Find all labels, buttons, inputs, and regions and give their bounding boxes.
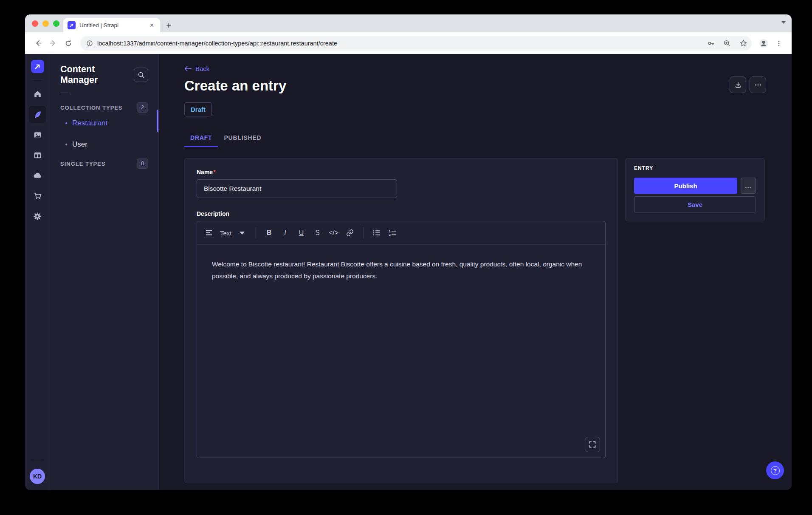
url-text[interactable]: localhost:1337/admin/content-manager/col… — [97, 40, 701, 47]
bullet-icon — [65, 144, 67, 145]
strikethrough-button[interactable]: S — [310, 226, 326, 240]
site-info-icon[interactable] — [86, 40, 93, 47]
rich-text-editor: Text B I U S </> — [197, 221, 606, 458]
sidebar-item-restaurant[interactable]: Restaurant — [50, 113, 158, 134]
entry-more-button[interactable]: ... — [741, 178, 756, 194]
more-actions-button[interactable] — [750, 76, 766, 93]
code-button[interactable]: </> — [326, 226, 342, 240]
back-arrow-icon — [184, 65, 192, 72]
entry-form-card: Name* Description Text B — [184, 158, 618, 483]
question-mark-icon: ? — [771, 466, 780, 475]
export-download-button[interactable] — [730, 76, 746, 93]
url-bar[interactable]: localhost:1337/admin/content-manager/col… — [80, 36, 752, 51]
editor-toolbar: Text B I U S </> — [197, 221, 605, 245]
single-types-count-badge: 0 — [137, 158, 148, 169]
content-type-builder-icon[interactable] — [29, 147, 46, 164]
subnav-divider — [60, 93, 70, 93]
required-asterisk: * — [213, 169, 215, 175]
editor-content[interactable]: Welcome to Biscotte restaurant! Restaura… — [197, 245, 605, 458]
numbered-list-button[interactable]: 12 — [385, 226, 401, 240]
entry-panel: ENTRY Publish ... Save — [625, 158, 765, 221]
name-input[interactable] — [197, 179, 397, 198]
bulleted-list-button[interactable] — [369, 226, 385, 240]
reload-button[interactable] — [62, 37, 75, 50]
bookmark-star-icon[interactable] — [737, 37, 749, 49]
entry-panel-title: ENTRY — [634, 165, 756, 171]
forward-nav-button[interactable] — [46, 37, 60, 50]
cloud-icon[interactable] — [29, 167, 46, 184]
toolbar-divider — [256, 227, 256, 238]
single-types-label: SINGLE TYPES — [60, 161, 106, 167]
sidebar-item-label: Restaurant — [72, 119, 107, 127]
status-badge: Draft — [184, 102, 212, 116]
window-zoom-button[interactable] — [53, 20, 59, 27]
main-content: Back Create an entry Draft DRAFT PUBLISH… — [159, 54, 792, 490]
browser-window: Untitled | Strapi ✕ + localhost:1337/adm… — [25, 14, 792, 490]
subnav-title: Content Manager — [60, 64, 134, 85]
strapi-app: KD Content Manager COLLECTION TYPES 2 Re… — [25, 54, 792, 490]
back-link[interactable]: Back — [184, 65, 766, 72]
window-close-button[interactable] — [32, 20, 38, 27]
page-title: Create an entry — [184, 78, 766, 94]
tab-published[interactable]: PUBLISHED — [218, 130, 267, 147]
block-style-label: Text — [220, 229, 232, 237]
browser-tabstrip: Untitled | Strapi ✕ + — [25, 14, 792, 32]
italic-button[interactable]: I — [277, 226, 293, 240]
collection-types-count-badge: 2 — [137, 102, 148, 113]
save-button[interactable]: Save — [634, 196, 756, 212]
marketplace-cart-icon[interactable] — [29, 187, 46, 204]
back-nav-button[interactable] — [31, 37, 45, 50]
description-field-label: Description — [197, 210, 606, 217]
chevron-down-icon — [240, 232, 245, 235]
browser-menu-icon[interactable] — [772, 37, 786, 50]
bold-button[interactable]: B — [261, 226, 277, 240]
svg-text:2: 2 — [389, 233, 390, 237]
bullet-icon — [65, 122, 67, 124]
tab-draft[interactable]: DRAFT — [184, 130, 218, 147]
tab-title: Untitled | Strapi — [79, 22, 144, 28]
sidebar-item-user[interactable]: User — [50, 134, 158, 155]
browser-profile-avatar[interactable] — [757, 37, 770, 50]
draft-published-tabs: DRAFT PUBLISHED — [184, 130, 766, 147]
traffic-lights — [32, 20, 59, 27]
user-avatar[interactable]: KD — [30, 469, 45, 484]
search-button[interactable] — [134, 68, 148, 82]
content-manager-subnav: Content Manager COLLECTION TYPES 2 Resta… — [50, 54, 159, 490]
toolbar-divider — [363, 227, 364, 238]
window-minimize-button[interactable] — [42, 20, 49, 27]
tab-search-chevron-icon[interactable] — [781, 21, 786, 24]
nav-divider — [31, 79, 44, 79]
tab-close-icon[interactable]: ✕ — [148, 21, 156, 29]
strapi-favicon-icon — [68, 21, 76, 29]
strapi-logo-icon[interactable] — [31, 60, 44, 73]
main-nav: KD — [25, 54, 50, 490]
browser-tab[interactable]: Untitled | Strapi ✕ — [63, 18, 160, 32]
media-library-icon[interactable] — [29, 126, 46, 143]
sidebar-item-label: User — [72, 140, 87, 149]
link-button[interactable] — [342, 226, 358, 240]
publish-button[interactable]: Publish — [634, 178, 737, 194]
name-field-label: Name* — [197, 169, 606, 175]
password-manager-icon[interactable] — [705, 37, 717, 49]
underline-button[interactable]: U — [293, 226, 310, 240]
new-tab-button[interactable]: + — [166, 21, 171, 30]
content-manager-icon[interactable] — [29, 106, 46, 123]
collection-types-header: COLLECTION TYPES 2 — [50, 102, 158, 113]
nav-divider-bottom — [31, 460, 44, 460]
active-item-indicator — [157, 110, 158, 132]
single-types-header: SINGLE TYPES 0 — [50, 158, 158, 169]
collection-types-label: COLLECTION TYPES — [60, 105, 123, 111]
block-style-select[interactable]: Text — [206, 229, 245, 237]
help-button[interactable]: ? — [766, 461, 784, 479]
expand-editor-button[interactable] — [585, 437, 600, 452]
back-label: Back — [195, 65, 209, 72]
header-actions — [730, 76, 766, 93]
settings-gear-icon[interactable] — [29, 208, 46, 225]
home-icon[interactable] — [29, 85, 46, 102]
align-left-icon — [206, 229, 213, 236]
zoom-page-icon[interactable] — [721, 37, 733, 49]
browser-toolbar: localhost:1337/admin/content-manager/col… — [25, 32, 792, 54]
